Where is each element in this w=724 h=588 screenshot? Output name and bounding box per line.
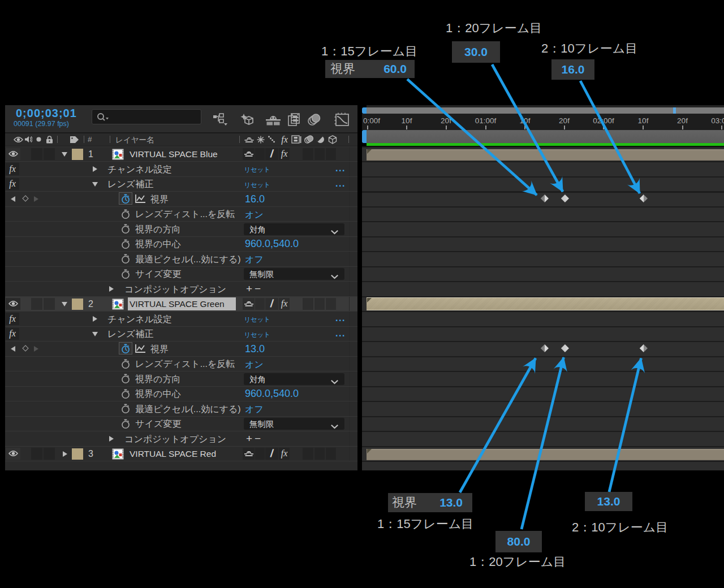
effect-name[interactable]: チャンネル設定	[107, 164, 172, 176]
keyframe-diamond[interactable]	[561, 344, 569, 352]
layer-name-selected[interactable]: VIRTUAL SPACE Green	[128, 297, 236, 311]
property-name[interactable]: レンズディスト...を反転	[135, 358, 235, 370]
effect-options-link[interactable]: ...	[335, 179, 346, 189]
property-value[interactable]: オフ	[245, 254, 264, 266]
navigator-start-handle[interactable]	[362, 107, 367, 114]
effect-name[interactable]: レンズ補正	[107, 328, 153, 340]
collapse-toggle[interactable]	[255, 298, 265, 310]
stopwatch-icon-active[interactable]	[121, 344, 130, 356]
keyframe-diamond[interactable]	[561, 194, 569, 202]
work-area-start-handle[interactable]	[362, 130, 367, 143]
composite-options-twirl[interactable]	[109, 436, 114, 442]
frame-blend-toggle[interactable]	[303, 148, 313, 161]
video-toggle[interactable]	[6, 448, 20, 460]
stopwatch-icon[interactable]	[121, 419, 130, 431]
layer-expand-twirl[interactable]	[63, 451, 67, 457]
shy-toggle[interactable]	[243, 298, 255, 310]
shy-toggle[interactable]	[243, 148, 255, 161]
motion-blur-toggle[interactable]	[314, 298, 325, 310]
property-value[interactable]: 960.0,540.0	[245, 388, 299, 400]
layer-duration-bar[interactable]	[367, 449, 724, 461]
shy-toggle[interactable]	[243, 448, 255, 460]
collapse-toggle[interactable]	[255, 448, 265, 460]
stopwatch-icon[interactable]	[121, 239, 130, 252]
effects-toggle[interactable]: fx	[279, 298, 290, 310]
stopwatch-icon[interactable]	[121, 209, 130, 222]
property-name[interactable]: 視界	[150, 194, 169, 206]
effect-expand-twirl[interactable]	[93, 166, 97, 172]
property-name[interactable]: 最適ピクセル(...効にする)	[135, 404, 241, 416]
next-keyframe-button[interactable]	[34, 346, 38, 352]
effect-options-link[interactable]: ...	[335, 313, 346, 323]
quality-toggle[interactable]: /	[265, 448, 278, 460]
effects-toggle[interactable]: fx	[279, 148, 290, 161]
add-keyframe-button[interactable]	[22, 345, 28, 351]
composite-options-twirl[interactable]	[109, 286, 114, 292]
effect-reset-link[interactable]: リセット	[244, 166, 270, 174]
stopwatch-icon[interactable]	[121, 224, 130, 236]
current-time-display[interactable]: 0;00;03;01	[16, 107, 77, 120]
property-name[interactable]: 最適ピクセル(...効にする)	[135, 254, 241, 266]
solo-toggle-cell[interactable]	[31, 298, 42, 310]
work-area-bar[interactable]	[367, 130, 724, 143]
draft-3d-button[interactable]	[239, 113, 255, 127]
3d-layer-toggle[interactable]	[326, 148, 336, 161]
keyframe-diamond[interactable]	[640, 194, 648, 202]
layer-expand-twirl[interactable]	[62, 152, 67, 157]
lock-toggle-cell[interactable]	[44, 148, 55, 161]
next-keyframe-button[interactable]	[34, 196, 38, 202]
add-keyframe-button[interactable]	[22, 195, 28, 201]
frame-blending-button[interactable]	[287, 113, 303, 127]
graph-editor-button[interactable]	[334, 113, 350, 127]
dropdown-resize[interactable]: 無制限	[244, 268, 344, 280]
stopwatch-icon[interactable]	[121, 254, 130, 266]
effect-expand-twirl[interactable]	[92, 332, 98, 336]
label-color-swatch[interactable]	[72, 149, 83, 160]
stopwatch-icon[interactable]	[121, 374, 130, 386]
frame-blend-toggle[interactable]	[303, 448, 313, 460]
property-value[interactable]: 16.0	[245, 193, 265, 205]
solo-toggle-cell[interactable]	[31, 448, 42, 460]
label-color-swatch[interactable]	[72, 448, 83, 460]
layer-duration-bar-selected[interactable]	[367, 297, 724, 310]
motion-blur-button[interactable]	[307, 113, 322, 127]
effect-name[interactable]: レンズ補正	[107, 179, 153, 191]
property-name[interactable]: 視界の中心	[135, 388, 180, 400]
video-toggle[interactable]	[6, 298, 20, 310]
effect-options-link[interactable]: ...	[335, 328, 346, 339]
time-navigator-bar[interactable]	[367, 107, 724, 114]
effects-toggle[interactable]: fx	[279, 448, 290, 460]
motion-blur-toggle[interactable]	[314, 448, 325, 460]
composite-options-label[interactable]: コンポジットオプション	[124, 434, 226, 446]
time-ruler[interactable]: 0:00f 10f 20f 01:00f 10f 20f 02:00f 10f …	[362, 114, 724, 130]
effect-expand-twirl[interactable]	[92, 182, 98, 187]
layer-name[interactable]: VIRTUAL SPACE Red	[130, 449, 216, 459]
property-value[interactable]: 960.0,540.0	[245, 238, 299, 250]
stopwatch-icon[interactable]	[121, 389, 130, 401]
stopwatch-icon[interactable]	[121, 269, 130, 282]
collapse-toggle[interactable]	[255, 148, 265, 161]
effect-name[interactable]: チャンネル設定	[107, 314, 172, 326]
effect-options-link[interactable]: ...	[335, 163, 346, 174]
property-name[interactable]: 視界	[150, 344, 169, 356]
solo-toggle-cell[interactable]	[31, 148, 42, 161]
effect-reset-link[interactable]: リセット	[244, 315, 270, 324]
keyframe-diamond[interactable]	[640, 344, 648, 352]
layer-duration-bar[interactable]	[367, 149, 724, 161]
property-name[interactable]: サイズ変更	[135, 269, 181, 280]
keyframe-diamond[interactable]	[541, 194, 549, 202]
property-name[interactable]: サイズ変更	[135, 418, 181, 430]
3d-layer-toggle[interactable]	[326, 448, 336, 460]
previous-keyframe-button[interactable]	[11, 346, 15, 352]
stopwatch-icon-active[interactable]	[121, 194, 130, 206]
keyframe-diamond[interactable]	[541, 344, 549, 352]
quality-toggle[interactable]: /	[265, 148, 278, 161]
layer-expand-twirl[interactable]	[62, 302, 67, 306]
label-color-swatch[interactable]	[72, 299, 83, 310]
effect-reset-link[interactable]: リセット	[244, 181, 270, 189]
composite-options-label[interactable]: コンポジットオプション	[124, 284, 226, 296]
frame-blend-toggle[interactable]	[303, 298, 313, 310]
previous-keyframe-button[interactable]	[11, 196, 15, 202]
effect-expand-twirl[interactable]	[93, 316, 97, 322]
property-value[interactable]: オン	[245, 359, 264, 371]
